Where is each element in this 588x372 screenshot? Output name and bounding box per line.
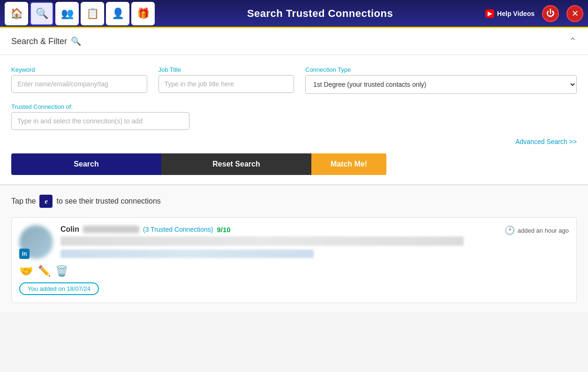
reset-search-button[interactable]: Reset Search: [161, 153, 311, 175]
filter-form: Keyword Job Title Connection Type 1st De…: [0, 55, 588, 185]
contact-card: in Colin (3 Trusted Connections) 9/10: [11, 217, 577, 303]
trusted-connection-row: Trusted Connection of:: [11, 103, 577, 130]
nav-right: ▶ Help Videos ⏻ ✕: [485, 5, 583, 22]
advanced-search-link[interactable]: Advanced Search >>: [11, 137, 577, 146]
filter-row-1: Keyword Job Title Connection Type 1st De…: [11, 66, 577, 94]
search-filter-title: Search & Filter 🔍: [11, 36, 81, 46]
search-filter-header: Search & Filter 🔍 ⌃: [0, 28, 588, 55]
contact-header: in Colin (3 Trusted Connections) 9/10: [19, 225, 569, 259]
keyword-input[interactable]: [11, 75, 147, 93]
search-people-icon: 🔍: [36, 8, 48, 20]
connection-type-field: Connection Type 1st Degree (your trusted…: [305, 66, 577, 94]
job-title-label: Job Title: [158, 66, 294, 73]
search-filter-label: Search & Filter: [11, 37, 67, 46]
search-filter-icon: 🔍: [71, 36, 81, 46]
collapse-button[interactable]: ⌃: [569, 36, 577, 47]
add-person-icon: 👤: [112, 8, 124, 20]
keyword-field: Keyword: [11, 66, 147, 94]
documents-icon: 📋: [86, 8, 99, 20]
home-nav-button[interactable]: 🏠: [5, 2, 28, 25]
contact-name-blur: [83, 226, 139, 233]
power-button[interactable]: ⏻: [542, 5, 559, 22]
trusted-connection-input[interactable]: [11, 112, 189, 130]
connections-icon: 👥: [61, 8, 74, 20]
job-title-input[interactable]: [158, 75, 294, 93]
chevron-up-icon: ⌃: [569, 36, 577, 46]
results-instruction: Tap the e to see their trusted connectio…: [11, 195, 577, 208]
edit-icon[interactable]: ✏️: [38, 265, 51, 277]
gift-nav-button[interactable]: 🎁: [131, 2, 155, 25]
trusted-connections-count: 3 Trusted Connections: [145, 226, 211, 233]
contact-time-label: added an hour ago: [518, 227, 569, 234]
instruction-suffix: to see their trusted connections: [56, 197, 160, 205]
e-trusted-icon[interactable]: e: [39, 195, 53, 208]
documents-nav-button[interactable]: 📋: [81, 2, 104, 25]
score-badge: 9/10: [217, 226, 230, 234]
linkedin-icon: in: [22, 251, 27, 257]
youtube-icon: ▶: [485, 9, 494, 18]
match-me-button[interactable]: Match Me!: [311, 153, 386, 175]
add-person-nav-button[interactable]: 👤: [106, 2, 129, 25]
results-section: Tap the e to see their trusted connectio…: [0, 185, 588, 312]
job-title-field: Job Title: [158, 66, 294, 94]
search-button[interactable]: Search: [11, 153, 161, 175]
trusted-connection-label: Trusted Connection of:: [11, 103, 577, 110]
contact-name: Colin: [60, 225, 79, 234]
close-button[interactable]: ✕: [566, 5, 583, 22]
contact-detail-blur-2: [60, 250, 314, 258]
contact-info: Colin (3 Trusted Connections) 9/10: [60, 225, 464, 259]
connections-nav-button[interactable]: 👥: [55, 2, 79, 25]
contact-detail-blur-1: [60, 236, 464, 246]
contact-actions: 🤝 ✏️ 🗑️: [19, 265, 569, 278]
contact-left: in Colin (3 Trusted Connections) 9/10: [19, 225, 464, 259]
handshake-icon[interactable]: 🤝: [19, 265, 33, 278]
trusted-connections-link[interactable]: (3 Trusted Connections): [143, 226, 213, 233]
nav-icons: 🏠 🔍 👥 📋 👤 🎁: [5, 2, 155, 25]
linkedin-badge: in: [19, 249, 30, 259]
contact-time: 🕐 added an hour ago: [505, 225, 569, 235]
instruction-prefix: Tap the: [11, 197, 36, 205]
home-icon: 🏠: [10, 8, 23, 20]
search-people-nav-button[interactable]: 🔍: [30, 2, 53, 25]
connection-type-label: Connection Type: [305, 66, 577, 73]
top-nav: 🏠 🔍 👥 📋 👤 🎁 Search Trusted Connections ▶…: [0, 0, 588, 28]
advanced-search-anchor[interactable]: Advanced Search >>: [515, 138, 577, 145]
contact-name-row: Colin (3 Trusted Connections) 9/10: [60, 225, 464, 234]
help-videos-button[interactable]: ▶ Help Videos: [485, 9, 535, 18]
connection-type-select[interactable]: 1st Degree (your trusted contacts only) …: [305, 75, 577, 94]
clock-icon: 🕐: [505, 225, 515, 235]
close-icon: ✕: [572, 8, 579, 19]
button-row: Search Reset Search Match Me!: [11, 153, 577, 175]
added-badge: You added on 18/07/24: [19, 282, 99, 295]
power-icon: ⏻: [546, 8, 555, 18]
keyword-label: Keyword: [11, 66, 147, 73]
help-videos-label: Help Videos: [497, 10, 535, 17]
gift-icon: 🎁: [137, 8, 150, 20]
avatar-wrap: in: [19, 225, 53, 259]
page-title: Search Trusted Connections: [155, 8, 485, 20]
delete-icon[interactable]: 🗑️: [55, 265, 68, 277]
